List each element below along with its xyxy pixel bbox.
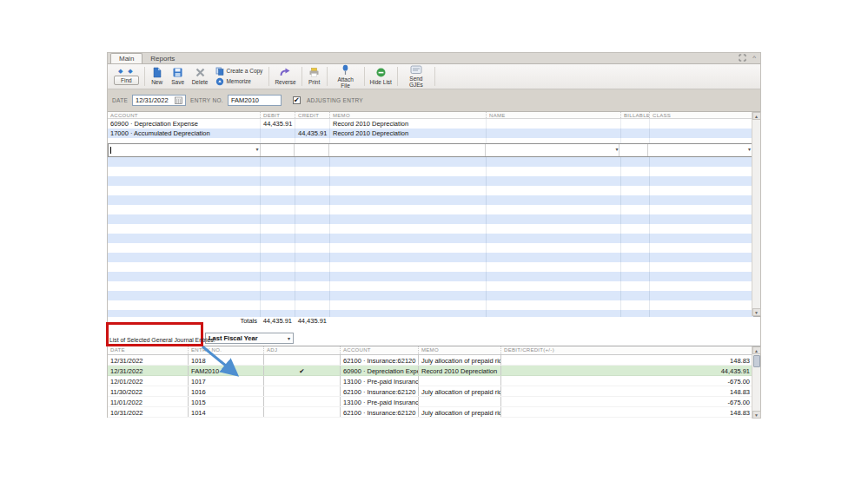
date-input[interactable]: 12/31/2022 xyxy=(132,95,186,106)
print-label: Print xyxy=(308,79,320,85)
find-button[interactable]: ◆ ◆ Find xyxy=(110,65,142,88)
row1-class[interactable] xyxy=(649,119,753,129)
memo-input[interactable] xyxy=(329,144,486,156)
scroll-up-icon[interactable]: ▲ xyxy=(752,112,761,120)
list-item[interactable]: 11/01/2022 1015 13100 · Pre-paid Insuran… xyxy=(108,397,753,407)
journal-entry-edit-row[interactable]: ▾ ▾ ▾ xyxy=(108,143,753,157)
memorize-button[interactable]: Memorize xyxy=(215,77,262,86)
find-button-label[interactable]: Find xyxy=(114,76,139,85)
send-gjes-button[interactable]: Send GJEs xyxy=(400,65,433,88)
journal-grid-scrollbar[interactable]: ▲ ▼ xyxy=(752,112,760,316)
save-button[interactable]: Save xyxy=(168,65,189,88)
journal-grid-header: ACCOUNT DEBIT CREDIT MEMO NAME BILLABLE?… xyxy=(108,112,753,119)
entry-no-label: ENTRY NO. xyxy=(190,97,223,103)
save-disk-icon xyxy=(172,67,183,78)
create-copy-label: Create a Copy xyxy=(226,68,262,74)
create-copy-button[interactable]: Create a Copy xyxy=(215,67,262,76)
toolbar-separator xyxy=(268,67,269,86)
annotation-arrow xyxy=(195,341,247,380)
col-header-debit: DEBIT xyxy=(260,112,295,118)
toolbar-separator xyxy=(144,67,145,86)
toolbar-separator xyxy=(397,67,398,86)
tab-reports[interactable]: Reports xyxy=(142,54,182,63)
entry-field-bar: DATE 12/31/2022 ENTRY NO. FAM2010 ✔ ADJU… xyxy=(108,89,760,112)
scroll-down-icon[interactable]: ▼ xyxy=(752,308,761,316)
column-divider xyxy=(620,157,621,317)
row2-credit[interactable]: 44,435.91 xyxy=(295,129,329,138)
date-label: DATE xyxy=(112,97,128,103)
attach-file-button[interactable]: Attach File xyxy=(329,65,362,88)
selected-entries-bar: List of Selected General Journal Entries… xyxy=(108,325,760,346)
account-dropdown-icon[interactable]: ▾ xyxy=(256,147,259,153)
col-header-date: DATE xyxy=(108,346,188,354)
selected-entries-scrollbar[interactable]: ▲ ▼ xyxy=(752,346,760,419)
send-gjes-icon xyxy=(410,65,422,75)
billable-input[interactable] xyxy=(620,144,648,156)
column-divider xyxy=(260,157,261,317)
row2-class[interactable] xyxy=(649,129,753,138)
journal-row-1[interactable]: 60900 · Depreciation Expense 44,435.91 R… xyxy=(108,119,753,129)
scroll-down-icon[interactable]: ▼ xyxy=(752,411,761,419)
name-dropdown-icon[interactable]: ▾ xyxy=(615,147,618,153)
col-header-adj: ADJ xyxy=(263,346,340,354)
adjusting-entry-checkbox[interactable]: ✔ xyxy=(293,96,301,104)
empty-journal-rows[interactable] xyxy=(108,157,753,317)
credit-input[interactable] xyxy=(295,144,329,156)
new-document-icon xyxy=(151,67,162,78)
new-button[interactable]: New xyxy=(147,65,168,88)
row2-name[interactable] xyxy=(486,129,620,138)
col-header-name: NAME xyxy=(486,112,620,118)
date-value: 12/31/2022 xyxy=(136,96,169,104)
reverse-button[interactable]: Reverse xyxy=(271,65,299,88)
find-prev-next-icon[interactable]: ◆ ◆ xyxy=(118,68,135,75)
journal-row-2[interactable]: 17000 · Accumulated Depreciation 44,435.… xyxy=(108,129,753,138)
adj-check-icon: ✔ xyxy=(263,366,340,375)
create-copy-icon xyxy=(215,67,224,76)
name-input[interactable]: ▾ xyxy=(486,144,620,156)
column-divider xyxy=(295,157,295,317)
desktop-background: Main Reports ^ ◆ ◆ Find New xyxy=(0,0,868,488)
expand-icon[interactable] xyxy=(739,54,746,62)
printer-icon xyxy=(308,67,320,78)
journal-row-empty[interactable] xyxy=(108,138,753,143)
calendar-icon[interactable] xyxy=(175,96,182,104)
hide-list-button[interactable]: Hide List xyxy=(367,65,395,88)
list-item[interactable]: 11/30/2022 1016 62100 · Insurance:62120 … xyxy=(108,386,753,397)
column-divider xyxy=(486,157,487,317)
col-header-memo: MEMO xyxy=(329,112,486,118)
entry-no-input[interactable]: FAM2010 xyxy=(228,95,282,106)
tab-main[interactable]: Main xyxy=(110,53,142,63)
collapse-ribbon-icon[interactable]: ^ xyxy=(752,54,756,62)
debit-input[interactable] xyxy=(261,144,295,156)
toolbar-separator xyxy=(327,67,328,86)
row1-name[interactable] xyxy=(486,119,620,129)
account-input[interactable]: ▾ xyxy=(109,144,261,156)
reverse-label: Reverse xyxy=(275,79,295,85)
text-caret xyxy=(110,147,111,154)
scrollbar-thumb[interactable] xyxy=(753,355,760,367)
row1-billable[interactable] xyxy=(620,119,649,129)
row2-billable[interactable] xyxy=(620,129,649,138)
adjusting-entry-label: ADJUSTING ENTRY xyxy=(307,97,363,103)
col-header-account: ACCOUNT xyxy=(108,112,260,118)
class-input[interactable]: ▾ xyxy=(648,144,752,156)
row1-debit[interactable]: 44,435.91 xyxy=(260,119,295,129)
row1-memo[interactable]: Record 2010 Depreciation xyxy=(329,119,486,129)
toolbar-separator xyxy=(434,67,435,86)
delete-button[interactable]: Delete xyxy=(189,65,212,88)
column-divider xyxy=(649,157,650,317)
list-item[interactable]: 10/31/2022 1014 62100 · Insurance:62120 … xyxy=(108,407,753,418)
class-dropdown-icon[interactable]: ▾ xyxy=(748,147,751,153)
make-general-journal-entries-window: Main Reports ^ ◆ ◆ Find New xyxy=(107,52,761,418)
row2-account[interactable]: 17000 · Accumulated Depreciation xyxy=(108,129,260,138)
delete-button-label: Delete xyxy=(192,79,209,85)
row1-account[interactable]: 60900 · Depreciation Expense xyxy=(108,119,260,129)
attach-file-label: Attach File xyxy=(333,76,359,89)
col-header-credit: CREDIT xyxy=(295,112,329,118)
print-button[interactable]: Print xyxy=(304,65,325,88)
row2-memo[interactable]: Record 2010 Depreciation xyxy=(329,129,486,138)
scroll-up-icon[interactable]: ▲ xyxy=(752,346,761,354)
row1-credit[interactable] xyxy=(295,119,329,129)
toolbar-separator xyxy=(301,67,302,86)
row2-debit[interactable] xyxy=(260,129,295,138)
